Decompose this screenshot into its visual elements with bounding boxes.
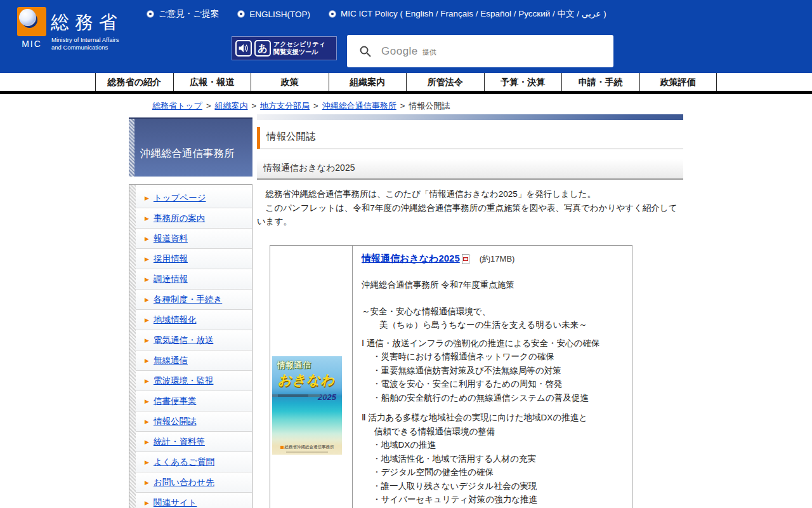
sidebar-item-recruitment[interactable]: ▶採用情報 [129,249,252,269]
page: MIC 総務省 Ministry of Internal Affairs and… [0,0,812,508]
policy-item: ・地域DXの推進 [362,438,623,452]
slogan-line2: 美（ちゅ）ら島うちなーの生活を支える明るい未来～ [362,318,623,332]
intro-paragraph: 総務省沖縄総合通信事務所は、このたび「情報通信おきなわ2025」を発行しました。 [257,187,683,201]
sidebar-item-office-guide[interactable]: ▶事務所の案内 [129,208,252,229]
sidebar-link[interactable]: 地域情報化 [154,314,197,326]
feedback-link[interactable]: ご意見・ご提案 [147,8,219,20]
triangle-bullet-icon: ▶ [145,256,149,262]
triangle-bullet-icon: ▶ [145,459,149,465]
triangle-bullet-icon: ▶ [145,479,149,486]
nav-item-press[interactable]: 広報・報道 [173,73,251,91]
search-input[interactable]: Google 提供 [347,35,613,67]
cover-title-line2: おきなわ [278,371,335,389]
mic-logo[interactable]: MIC 総務省 Ministry of Internal Affairs and… [0,0,136,73]
sidebar-item-faq[interactable]: ▶よくあるご質問 [129,452,252,472]
sidebar-item-radio-monitoring[interactable]: ▶電波環境・監視 [129,371,252,391]
breadcrumb-link-organization[interactable]: 組織案内 [215,101,248,110]
nav-item-policy[interactable]: 政策 [251,73,329,91]
breadcrumb-link-regional-bureaus[interactable]: 地方支分部局 [260,101,310,110]
policy-item: ・電波を安心・安全に利用するための周知・啓発 [362,377,623,391]
cover-footer: 総務省沖縄総合通信事務所 [272,444,342,450]
policy-section2-title-line2: 信頼できる情報通信環境の整備 [362,425,623,439]
cover-mic-logo-icon [280,446,284,449]
sidebar-item-telecom-broadcast[interactable]: ▶電気通信・放送 [129,330,252,351]
pamphlet-box: 情報通信 おきなわ 2025 総務省沖縄総合通信事務所 情報通信おきなわ2025 [270,245,632,508]
breadcrumb-link-okinawa-office[interactable]: 沖縄総合通信事務所 [322,101,396,110]
sidebar-link[interactable]: 電気通信・放送 [154,335,214,346]
pdf-link[interactable]: 情報通信おきなわ2025 [362,253,460,265]
breadcrumb: 総務省トップ>組織案内>地方支分部局>沖縄総合通信事務所>情報公開誌 [152,100,450,112]
sidebar-title-label: 沖縄総合通信事務所 [140,147,235,159]
sidebar-item-top-page[interactable]: ▶トップページ [129,188,252,208]
sidebar-link[interactable]: トップページ [154,192,206,204]
site-header: MIC 総務省 Ministry of Internal Affairs and… [0,0,812,73]
sidebar-item-disclosure-magazine[interactable]: ▶情報公開誌 [129,411,252,432]
nav-item-budget[interactable]: 予算・決算 [484,73,562,91]
sidebar-item-wireless[interactable]: ▶無線通信 [129,351,252,371]
breadcrumb-separator: > [313,101,318,110]
feedback-link-label: ご意見・ご提案 [159,8,219,20]
pamphlet-text-cell: 情報通信おきなわ2025 (約17MB) 沖縄総合通信事務所 令和7年度重点施策… [353,246,632,508]
nav-item-organization[interactable]: 組織案内 [329,73,407,91]
sidebar-link[interactable]: 調達情報 [154,274,188,285]
policy-item: ・重要無線通信妨害対策及び不法無線局等の対策 [362,364,623,378]
mic-logo-mark-icon [17,7,46,36]
search-suffix-placeholder: 提供 [422,48,436,57]
policy-item: ・災害時における情報通信ネットワークの確保 [362,350,623,364]
pdf-file-size: (約17MB) [480,253,515,265]
sidebar-item-statistics[interactable]: ▶統計・資料等 [129,432,252,452]
cover-footer-label: 総務省沖縄総合通信事務所 [285,444,334,449]
pdf-link-row: 情報通信おきなわ2025 (約17MB) [362,253,623,265]
section-heading: 情報通信おきなわ2025 [257,159,683,180]
search-icon [359,45,372,58]
ministry-en-line1: Ministry of Internal Affairs [51,36,119,44]
sidebar-item-contact[interactable]: ▶お問い合わせ先 [129,472,252,493]
cover-horizon-decor [272,394,342,397]
sidebar-link[interactable]: 各種制度・手続き [154,294,222,305]
policy-item: ・デジタル空間の健全性の確保 [362,465,623,479]
triangle-bullet-icon: ▶ [145,317,149,323]
sidebar-link[interactable]: 情報公開誌 [154,416,197,427]
nav-item-about[interactable]: 総務省の紹介 [95,73,173,91]
sidebar-item-correspondence-delivery[interactable]: ▶信書便事業 [129,391,252,411]
sidebar-link[interactable]: 電波環境・監視 [154,375,214,387]
mic-sphere-icon [19,9,36,26]
search-brand-placeholder: Google [381,45,418,58]
pamphlet-subtitle: 沖縄総合通信事務所 令和7年度重点施策 [362,278,623,292]
sidebar-menu: ▶トップページ ▶事務所の案内 ▶報道資料 ▶採用情報 ▶調達情報 ▶各種制度・… [129,184,252,508]
sidebar-link[interactable]: お問い合わせ先 [154,477,214,488]
nav-item-laws[interactable]: 所管法令 [406,73,484,91]
english-link-label: ENGLISH(TOP) [249,10,310,19]
sidebar-item-related-sites[interactable]: ▶関連サイト [129,493,252,508]
breadcrumb-link-home[interactable]: 総務省トップ [152,101,202,110]
global-nav: 総務省の紹介 広報・報道 政策 組織案内 所管法令 予算・決算 申請・手続 政策… [0,73,812,91]
pdf-icon [462,254,471,264]
breadcrumb-separator: > [400,101,405,110]
triangle-bullet-icon: ▶ [145,378,149,384]
nav-item-evaluation[interactable]: 政策評価 [639,73,717,91]
sidebar-link[interactable]: 統計・資料等 [154,436,205,448]
triangle-bullet-icon: ▶ [145,439,149,445]
english-top-link[interactable]: ENGLISH(TOP) [238,10,310,19]
sidebar-item-press-materials[interactable]: ▶報道資料 [129,229,252,249]
header-utility-links: ご意見・ご提案 ENGLISH(TOP) MIC ICT Policy ( En… [147,8,625,20]
sidebar-link[interactable]: 事務所の案内 [154,213,205,224]
sidebar-link[interactable]: 信書便事業 [154,396,197,407]
policy-item: ・サイバーセキュリティ対策の強力な推進 [362,493,623,507]
sidebar-item-regional-informatization[interactable]: ▶地域情報化 [129,310,252,330]
nav-item-application[interactable]: 申請・手続 [561,73,639,91]
sidebar-link[interactable]: 関連サイト [154,497,197,508]
sidebar-title: 沖縄総合通信事務所 [129,117,252,177]
triangle-bullet-icon: ▶ [145,337,149,344]
decor-gradient-bar [257,114,683,120]
sidebar-link[interactable]: 報道資料 [154,233,188,244]
main-content: 情報公開誌 情報通信おきなわ2025 総務省沖縄総合通信事務所は、このたび「情報… [257,114,683,508]
sidebar-item-procurement[interactable]: ▶調達情報 [129,269,252,290]
triangle-bullet-icon: ▶ [145,297,149,303]
sidebar-link[interactable]: よくあるご質問 [154,457,214,468]
sidebar-link[interactable]: 無線通信 [154,355,188,366]
accessibility-tool-button[interactable]: あ アクセシビリティ 閲覧支援ツール [232,36,337,60]
sidebar-item-systems-procedures[interactable]: ▶各種制度・手続き [129,290,252,310]
sidebar-link[interactable]: 採用情報 [154,253,188,265]
mic-ict-policy-link[interactable]: MIC ICT Policy ( English / Français / Es… [329,8,606,20]
